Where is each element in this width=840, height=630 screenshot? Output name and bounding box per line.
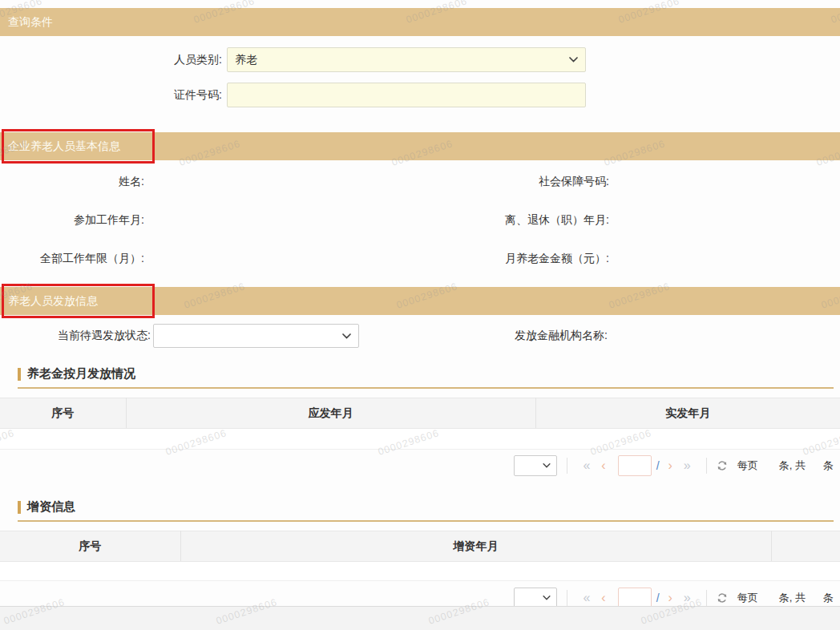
retire-date-label: 离、退休（职）年月: (420, 214, 609, 225)
per-page-label: 每页 (737, 591, 758, 605)
info-row-workdate: 参加工作年月: 离、退休（职）年月: (0, 214, 840, 225)
id-number-input[interactable] (227, 83, 586, 107)
work-start-value (144, 214, 420, 225)
divider (567, 590, 567, 606)
table-header-row: 序号 增资年月 (0, 531, 840, 562)
pension-amount-value (609, 252, 840, 264)
ssn-label: 社会保障号码: (420, 176, 609, 187)
work-years-label: 全部工作年限（月）: (0, 252, 144, 264)
col-header-blank (771, 531, 840, 562)
info-row-years: 全部工作年限（月）: 月养老金金额（元）: (0, 252, 840, 264)
page-slash: / (656, 592, 660, 604)
work-years-value (144, 252, 420, 264)
retire-date-value (609, 214, 840, 225)
monthly-table-title: 养老金按月发放情况 (27, 366, 135, 382)
refresh-button[interactable] (717, 592, 728, 604)
table-header-row: 序号 应发年月 实发年月 (0, 398, 840, 429)
payment-status-row: 当前待遇发放状态: 发放金融机构名称: (0, 324, 840, 348)
work-start-label: 参加工作年月: (0, 214, 144, 225)
query-form: 人员类别: 养老 证件号码: (0, 36, 840, 107)
person-category-select[interactable]: 养老 (227, 47, 586, 72)
count-label: 条, 共 (779, 458, 806, 473)
refresh-icon (717, 592, 728, 604)
col-header-seq: 序号 (0, 398, 126, 429)
refresh-icon (717, 460, 728, 471)
gold-underline (18, 520, 834, 522)
basic-info-section-title: 企业养老人员基本信息 (8, 139, 120, 152)
pension-query-page: 查询条件 人员类别: 养老 证件号码: 企业养老人员基本信息 姓名: 社会保障号… (0, 0, 840, 630)
monthly-table-pagination: « ‹ / › » 每页 条, 共 条 (0, 454, 840, 477)
person-category-label: 人员类别: (0, 53, 222, 67)
chevron-down-icon (543, 596, 551, 600)
raise-info-table: 序号 增资年月 (0, 531, 840, 581)
prev-page-button[interactable]: ‹ (596, 455, 611, 476)
count-label: 条, 共 (779, 591, 806, 605)
person-category-value: 养老 (235, 53, 257, 67)
payment-status-label: 当前待遇发放状态: (0, 329, 151, 343)
id-number-label: 证件号码: (0, 88, 222, 103)
ssn-value (609, 176, 840, 187)
raise-subsection-header: 增资信息 (18, 500, 834, 522)
gold-tick-icon (18, 368, 21, 381)
query-section-bar: 查询条件 (0, 8, 840, 36)
name-label: 姓名: (0, 176, 144, 187)
payment-section-title: 养老人员发放信息 (8, 294, 98, 307)
pension-amount-label: 月养老金金额（元）: (420, 252, 609, 264)
total-unit-label: 条 (823, 458, 834, 473)
info-row-name: 姓名: 社会保障号码: (0, 176, 840, 187)
divider (706, 458, 707, 474)
payment-section-bar: 养老人员发放信息 (0, 287, 840, 315)
basic-info-grid: 姓名: 社会保障号码: 参加工作年月: 离、退休（职）年月: 全部工作年限（月）… (0, 160, 840, 264)
page-number-input[interactable] (618, 455, 652, 476)
col-header-actual-month: 实发年月 (535, 398, 840, 429)
table-row-empty (0, 429, 840, 450)
divider (567, 458, 567, 474)
table-row-empty (0, 562, 840, 581)
chevron-down-icon (543, 463, 551, 468)
gold-underline (18, 387, 834, 389)
divider (706, 590, 707, 606)
monthly-payment-table: 序号 应发年月 实发年月 (0, 398, 840, 450)
raise-table-title: 增资信息 (27, 499, 75, 515)
monthly-subsection-header: 养老金按月发放情况 (18, 367, 834, 389)
total-unit-label: 条 (823, 591, 834, 605)
page-slash: / (656, 459, 660, 472)
bank-name-label: 发放金融机构名称: (359, 329, 608, 343)
per-page-label: 每页 (737, 458, 758, 473)
col-header-payable-month: 应发年月 (126, 398, 535, 429)
payment-status-select[interactable] (153, 324, 359, 348)
query-section-title: 查询条件 (8, 15, 53, 28)
last-page-button[interactable]: » (678, 455, 697, 476)
col-header-raise-month: 增资年月 (180, 531, 771, 562)
name-value (144, 176, 420, 187)
basic-info-section-bar: 企业养老人员基本信息 (0, 132, 840, 160)
first-page-button[interactable]: « (577, 455, 596, 476)
chevron-down-icon (342, 333, 351, 339)
chevron-down-icon (569, 57, 578, 63)
page-size-select[interactable] (514, 455, 557, 476)
bottom-strip (0, 606, 840, 630)
col-header-seq: 序号 (0, 531, 180, 562)
gold-tick-icon (18, 501, 21, 514)
refresh-button[interactable] (717, 460, 728, 471)
next-page-button[interactable]: › (663, 455, 678, 476)
